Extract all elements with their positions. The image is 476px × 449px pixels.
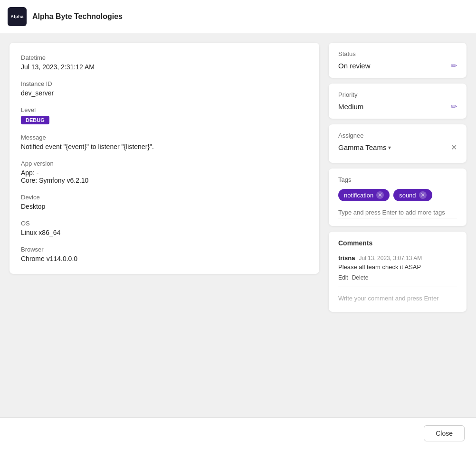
comment-delete-button[interactable]: Delete xyxy=(352,274,369,281)
device-label: Device xyxy=(21,194,308,201)
assignee-clear-icon[interactable]: ✕ xyxy=(451,143,457,152)
app-version-label: App version xyxy=(21,160,308,167)
os-value: Linux x86_64 xyxy=(21,229,308,236)
browser-value: Chrome v114.0.0.0 xyxy=(21,255,308,262)
main-content: Datetime Jul 13, 2023, 2:31:12 AM Instan… xyxy=(0,33,476,321)
logo-text: Alpha xyxy=(10,14,24,19)
status-edit-icon[interactable]: ✏ xyxy=(451,61,457,70)
tag-sound-remove[interactable]: ✕ xyxy=(419,191,427,199)
assignee-label: Assignee xyxy=(338,132,457,139)
app-value: App: - xyxy=(21,169,308,177)
instance-label: Instance ID xyxy=(21,80,308,87)
tags-label: Tags xyxy=(338,176,457,183)
assignee-select-wrapper[interactable]: Gamma Teams ▾ xyxy=(338,143,451,151)
message-label: Message xyxy=(21,134,308,141)
browser-group: Browser Chrome v114.0.0.0 xyxy=(21,246,308,262)
priority-card: Priority Medium ✏ xyxy=(329,84,466,119)
tag-sound-text: sound xyxy=(399,192,416,199)
message-group: Message Notified event "{event}" to list… xyxy=(21,134,308,150)
assignee-value: Gamma Teams xyxy=(338,143,386,151)
comment-item: trisna Jul 13, 2023, 3:07:13 AM Please a… xyxy=(338,254,457,281)
tags-card: Tags notification ✕ sound ✕ xyxy=(329,168,466,226)
status-value-row: On review ✏ xyxy=(338,61,457,70)
instance-value: dev_server xyxy=(21,89,308,97)
bottom-bar: Close xyxy=(0,417,476,449)
top-bar: Alpha Alpha Byte Technologies xyxy=(0,0,476,33)
comment-author: trisna xyxy=(338,254,355,262)
comment-edit-button[interactable]: Edit xyxy=(338,274,348,281)
comment-input[interactable] xyxy=(338,293,457,304)
priority-value-row: Medium ✏ xyxy=(338,102,457,111)
comments-card: Comments trisna Jul 13, 2023, 3:07:13 AM… xyxy=(329,232,466,312)
tag-notification: notification ✕ xyxy=(338,189,390,201)
tags-list: notification ✕ sound ✕ xyxy=(338,189,457,201)
device-value: Desktop xyxy=(21,203,308,210)
level-label: Level xyxy=(21,106,308,113)
status-value: On review xyxy=(338,62,371,70)
priority-edit-icon[interactable]: ✏ xyxy=(451,102,457,111)
close-button[interactable]: Close xyxy=(424,425,465,441)
tags-input[interactable] xyxy=(338,207,457,218)
comment-actions: Edit Delete xyxy=(338,274,457,281)
instance-group: Instance ID dev_server xyxy=(21,80,308,97)
status-card: Status On review ✏ xyxy=(329,43,466,78)
priority-value: Medium xyxy=(338,103,363,111)
comment-text: Please all team check it ASAP xyxy=(338,263,457,271)
os-label: OS xyxy=(21,220,308,227)
datetime-value: Jul 13, 2023, 2:31:12 AM xyxy=(21,63,308,71)
comment-header: trisna Jul 13, 2023, 3:07:13 AM xyxy=(338,254,457,262)
priority-label: Priority xyxy=(338,91,457,98)
chevron-down-icon: ▾ xyxy=(388,144,391,151)
status-label: Status xyxy=(338,50,457,57)
tag-notification-remove[interactable]: ✕ xyxy=(376,191,384,199)
datetime-label: Datetime xyxy=(21,54,308,61)
right-panel: Status On review ✏ Priority Medium ✏ Ass… xyxy=(329,43,466,312)
level-group: Level DEBUG xyxy=(21,106,308,124)
comment-divider xyxy=(338,287,457,287)
datetime-group: Datetime Jul 13, 2023, 2:31:12 AM xyxy=(21,54,308,71)
core-value: Core: Symfony v6.2.10 xyxy=(21,177,308,184)
app-logo: Alpha xyxy=(8,7,27,26)
tag-sound: sound ✕ xyxy=(393,189,432,201)
app-version-group: App version App: - Core: Symfony v6.2.10 xyxy=(21,160,308,184)
logo-container: Alpha Alpha Byte Technologies xyxy=(8,7,123,26)
assignee-row: Gamma Teams ▾ ✕ xyxy=(338,143,457,155)
app-title: Alpha Byte Technologies xyxy=(32,12,123,21)
device-group: Device Desktop xyxy=(21,194,308,210)
os-group: OS Linux x86_64 xyxy=(21,220,308,236)
comment-time: Jul 13, 2023, 3:07:13 AM xyxy=(359,255,422,262)
left-panel: Datetime Jul 13, 2023, 2:31:12 AM Instan… xyxy=(10,43,319,274)
browser-label: Browser xyxy=(21,246,308,253)
message-value: Notified event "{event}" to listener "{l… xyxy=(21,143,308,150)
assignee-card: Assignee Gamma Teams ▾ ✕ xyxy=(329,124,466,163)
level-badge: DEBUG xyxy=(21,116,49,124)
comments-label: Comments xyxy=(338,239,457,247)
tag-notification-text: notification xyxy=(344,192,373,199)
